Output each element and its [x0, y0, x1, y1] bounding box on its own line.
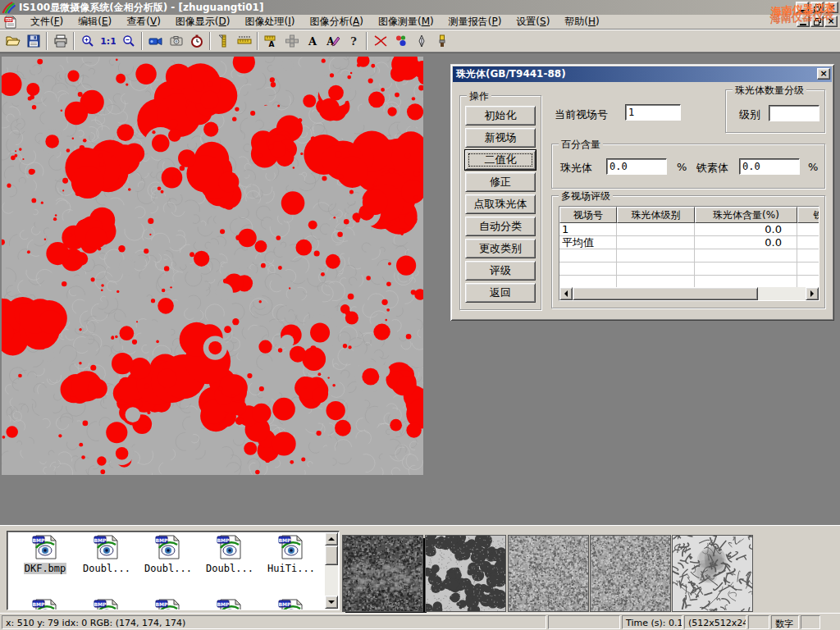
- table-column-header[interactable]: 珠光体含量(%): [695, 207, 797, 223]
- op-button-1[interactable]: 初始化: [465, 106, 536, 126]
- menu-settings[interactable]: 设置(S): [509, 14, 557, 30]
- actual-size-button[interactable]: 1:1: [98, 31, 118, 51]
- curve-measure-button[interactable]: [370, 31, 390, 51]
- table-column-header[interactable]: 视场号: [559, 207, 617, 223]
- current-field-input[interactable]: 1: [625, 104, 681, 121]
- table-cell: [559, 249, 617, 262]
- curve-measure-icon: [372, 34, 389, 48]
- paint-brush-icon: [437, 34, 447, 48]
- file-item[interactable]: BMPDoubl...: [77, 535, 136, 574]
- zoom-out-button[interactable]: [118, 31, 139, 51]
- sample-thumbnail-1[interactable]: [342, 535, 423, 612]
- table-row[interactable]: [559, 249, 819, 262]
- menu-file[interactable]: 文件(F): [23, 14, 71, 30]
- caliper-button[interactable]: [213, 31, 234, 51]
- save-button[interactable]: [23, 31, 43, 51]
- grade-field-input[interactable]: [769, 105, 819, 121]
- table-hscrollbar[interactable]: [559, 287, 819, 300]
- table-cell: [695, 276, 797, 288]
- menu-measure-report[interactable]: 测量报告(P): [441, 14, 509, 30]
- op-button-9[interactable]: 返回: [465, 283, 536, 303]
- svg-text:BMP: BMP: [33, 601, 46, 607]
- menu-image-analysis[interactable]: 图像分析(A): [302, 14, 371, 30]
- file-item[interactable]: BMP: [16, 599, 75, 610]
- file-item[interactable]: BMPHuiTi...: [262, 535, 321, 574]
- table-row[interactable]: [559, 262, 819, 276]
- menu-image-display[interactable]: 图像显示(D): [168, 14, 238, 30]
- save-icon: [27, 34, 40, 48]
- snapshot-button[interactable]: [166, 31, 186, 51]
- op-button-6[interactable]: 自动分类: [465, 217, 536, 236]
- operations-group: 操作 初始化新视场二值化修正点取珠光体自动分类更改类别评级返回: [459, 95, 541, 310]
- document-icon[interactable]: DOC: [3, 16, 18, 29]
- print-button[interactable]: [50, 31, 71, 51]
- scrollbar-thumb[interactable]: [325, 546, 338, 565]
- op-button-4[interactable]: 修正: [465, 172, 536, 192]
- pearlite-percent-input[interactable]: 0.0: [606, 158, 667, 175]
- sample-thumbnail-2[interactable]: [425, 535, 506, 612]
- menu-image-measure[interactable]: 图像测量(M): [371, 14, 441, 30]
- edit-text-button[interactable]: A: [322, 31, 343, 51]
- dialog-title-bar[interactable]: 珠光体(GB/T9441-88) ×: [453, 66, 832, 82]
- edit-text-icon: A: [326, 34, 340, 48]
- zoom-in-button[interactable]: [77, 31, 98, 51]
- help-button[interactable]: ?: [343, 31, 363, 51]
- menu-image-processing[interactable]: 图像处理(I): [237, 14, 302, 30]
- table-column-header[interactable]: 铁素体含量(%): [797, 207, 819, 223]
- scroll-up-button[interactable]: [325, 532, 338, 546]
- arrow-left-icon: [561, 290, 568, 297]
- table-cell: [797, 249, 819, 262]
- table-cell: [695, 262, 797, 275]
- dialog-close-button[interactable]: ×: [817, 68, 830, 80]
- measure-label-button[interactable]: A: [261, 31, 281, 51]
- file-item[interactable]: BMPDKF.bmp: [16, 535, 75, 574]
- text-annotate-button[interactable]: A: [302, 31, 322, 51]
- timer-button[interactable]: [186, 31, 207, 51]
- open-file-button[interactable]: [2, 31, 23, 51]
- file-item[interactable]: BMP: [262, 599, 321, 610]
- status-panel-4: (512x512x24): [684, 615, 746, 629]
- toolbar-separator: [366, 32, 368, 50]
- file-item[interactable]: BMP: [200, 599, 259, 610]
- table-row[interactable]: 10.0: [559, 223, 819, 236]
- table-row[interactable]: 平均值0.0: [559, 236, 819, 249]
- op-button-2[interactable]: 新视场: [465, 128, 536, 148]
- scroll-down-button[interactable]: [325, 596, 338, 609]
- video-capture-button[interactable]: [145, 31, 166, 51]
- micrograph-image[interactable]: [2, 57, 423, 475]
- paint-brush-button[interactable]: [431, 31, 452, 51]
- file-item[interactable]: BMPDoubl...: [139, 535, 198, 574]
- scroll-left-button[interactable]: [559, 287, 573, 300]
- scrollbar-track[interactable]: [758, 287, 806, 300]
- sample-thumbnail-5[interactable]: [672, 535, 753, 612]
- ruler-button[interactable]: [234, 31, 254, 51]
- op-button-5[interactable]: 点取珠光体: [465, 194, 536, 214]
- op-button-8[interactable]: 评级: [465, 261, 536, 281]
- op-button-3[interactable]: 二值化: [465, 150, 536, 170]
- table-column-header[interactable]: 珠光体级别: [617, 207, 695, 223]
- file-item[interactable]: BMP: [139, 599, 198, 610]
- table-cell: [797, 236, 819, 249]
- grid-button[interactable]: [281, 31, 302, 51]
- arrow-right-icon: [810, 290, 817, 297]
- scrollbar-thumb[interactable]: [573, 287, 758, 300]
- file-name: Doubl...: [205, 563, 254, 574]
- table-cell: [797, 276, 819, 288]
- sample-thumbnail-3[interactable]: [508, 535, 589, 612]
- child-close-button[interactable]: ×: [824, 16, 838, 27]
- scroll-right-button[interactable]: [806, 287, 819, 300]
- draw-pen-button[interactable]: [411, 31, 431, 51]
- file-item[interactable]: BMP: [77, 599, 136, 610]
- menu-view[interactable]: 查看(V): [119, 14, 168, 30]
- file-item[interactable]: BMPDoubl...: [200, 535, 259, 574]
- svg-text:BMP: BMP: [279, 537, 292, 543]
- file-list-scrollbar[interactable]: [325, 532, 338, 609]
- phase-colors-button[interactable]: [390, 31, 411, 51]
- sample-thumbnail-4[interactable]: [590, 535, 671, 612]
- op-button-7[interactable]: 更改类别: [465, 239, 536, 258]
- menu-edit[interactable]: 编辑(E): [71, 14, 119, 30]
- child-restore-button[interactable]: [810, 16, 824, 27]
- ferrite-percent-input[interactable]: 0.0: [739, 158, 800, 175]
- ruler-icon: [237, 34, 252, 48]
- menu-help[interactable]: 帮助(H): [557, 14, 606, 30]
